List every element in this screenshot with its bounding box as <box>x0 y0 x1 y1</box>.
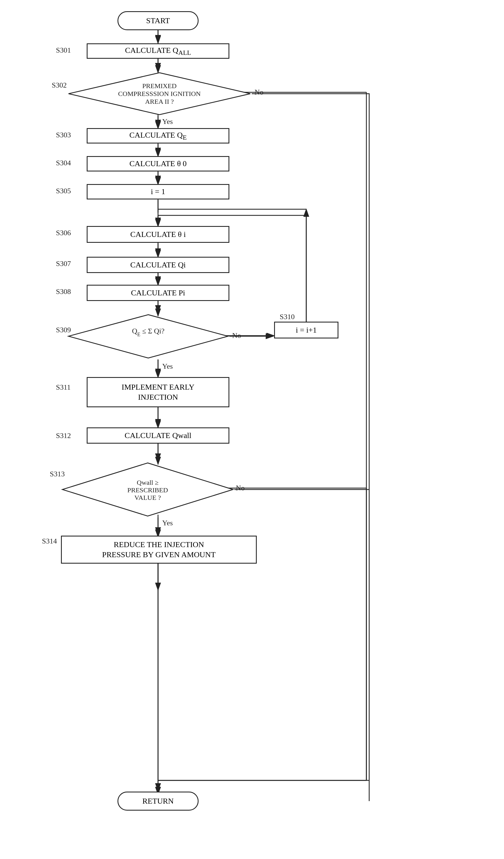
s312-text: CALCULATE Qwall <box>125 431 192 440</box>
start-label: START <box>146 16 170 26</box>
s308-node: CALCULATE Pi <box>87 285 229 301</box>
s311-text: IMPLEMENT EARLYINJECTION <box>122 382 194 403</box>
s314-node: REDUCE THE INJECTIONPRESSURE BY GIVEN AM… <box>61 536 257 563</box>
flowchart: START S301 CALCULATE QALL S302 PREMIXED … <box>0 0 504 859</box>
s313-no-label: No <box>236 484 245 492</box>
s308-step-label: S308 <box>56 288 71 296</box>
svg-text:PRESCRIBED: PRESCRIBED <box>127 486 168 494</box>
s304-text: CALCULATE θ 0 <box>129 159 187 169</box>
flowchart-arrows <box>0 0 504 859</box>
s301-step-label: S301 <box>56 46 71 55</box>
s301-text: CALCULATE QALL <box>125 45 191 57</box>
s305-step-label: S305 <box>56 187 71 195</box>
s307-node: CALCULATE Qi <box>87 257 229 273</box>
s313-yes-label: Yes <box>162 519 173 527</box>
s310-node: i = i+1 <box>274 322 338 338</box>
svg-text:PREMIXED: PREMIXED <box>142 82 177 90</box>
return-node: RETURN <box>118 792 199 811</box>
svg-text:Qwall ≥: Qwall ≥ <box>137 479 158 486</box>
s309-yes-label: Yes <box>162 362 173 371</box>
s304-step-label: S304 <box>56 159 71 167</box>
s302-step-label: S302 <box>52 81 66 90</box>
s306-node: CALCULATE θ i <box>87 226 229 243</box>
start-node: START <box>118 11 199 30</box>
s308-text: CALCULATE Pi <box>131 288 185 298</box>
s314-step-label: S314 <box>42 537 57 545</box>
s303-node: CALCULATE QE <box>87 128 229 144</box>
s305-node: i = 1 <box>87 184 229 199</box>
svg-text:VALUE ?: VALUE ? <box>135 494 161 501</box>
s314-text: REDUCE THE INJECTIONPRESSURE BY GIVEN AM… <box>102 540 216 560</box>
s304-node: CALCULATE θ 0 <box>87 156 229 171</box>
arrows-svg <box>0 0 504 859</box>
s302-no-label: No <box>255 88 263 96</box>
s311-step-label: S311 <box>56 383 71 392</box>
svg-marker-31 <box>68 315 228 358</box>
s310-step-label: S310 <box>280 313 294 321</box>
s301-node: CALCULATE QALL <box>87 43 229 59</box>
s302-diamond: PREMIXED COMPRESSSION IGNITION AREA II ? <box>67 71 252 116</box>
s309-diamond: QE ≤ Σ Qi? <box>67 313 229 359</box>
s305-text: i = 1 <box>151 186 165 197</box>
s303-step-label: S303 <box>56 131 71 139</box>
s311-node: IMPLEMENT EARLYINJECTION <box>87 377 229 407</box>
s306-step-label: S306 <box>56 229 71 237</box>
s302-yes-label: Yes <box>162 118 173 126</box>
s307-text: CALCULATE Qi <box>130 260 186 270</box>
s303-text: CALCULATE QE <box>129 130 187 141</box>
return-label: RETURN <box>142 796 174 806</box>
s309-no-label: No <box>232 331 241 340</box>
svg-text:AREA II ?: AREA II ? <box>145 98 174 105</box>
s307-step-label: S307 <box>56 259 71 268</box>
s312-step-label: S312 <box>56 432 71 440</box>
s312-node: CALCULATE Qwall <box>87 427 229 443</box>
s306-text: CALCULATE θ i <box>130 229 186 239</box>
s310-text: i = i+1 <box>296 325 317 335</box>
s313-diamond: Qwall ≥ PRESCRIBED VALUE ? <box>61 462 234 517</box>
svg-text:COMPRESSSION IGNITION: COMPRESSSION IGNITION <box>118 90 200 97</box>
